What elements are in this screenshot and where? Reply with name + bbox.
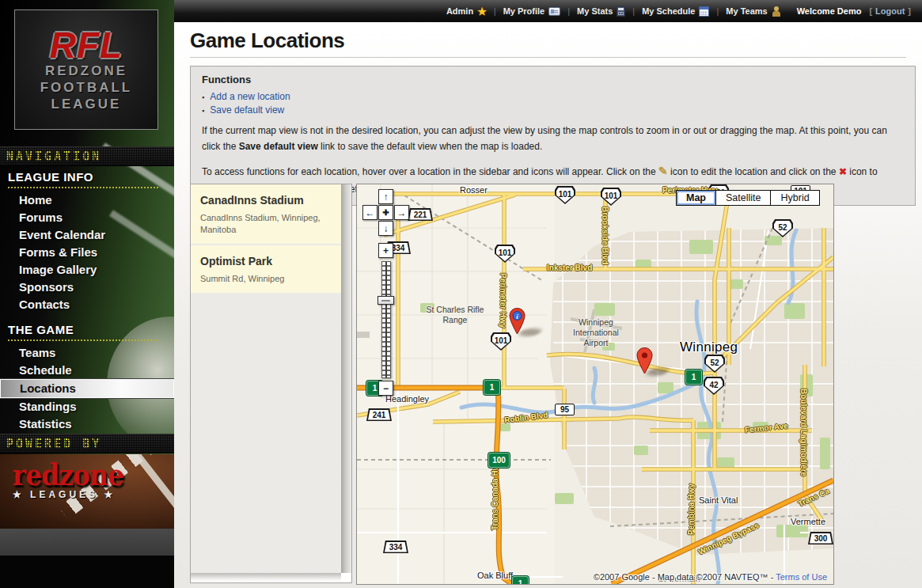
map-type-hybrid-button[interactable]: Hybrid (770, 190, 819, 206)
pan-left-button[interactable]: ← (362, 205, 378, 220)
sidebar-item-schedule[interactable]: Schedule (0, 362, 174, 379)
bracket: [ (869, 6, 872, 16)
calculator-icon (617, 6, 625, 17)
sidebar-item-forms-files[interactable]: Forms & Files (0, 244, 174, 261)
map-label-road: Boulevard Lagimodière (799, 389, 808, 476)
pan-up-button[interactable]: ↑ (378, 189, 393, 204)
map-type-switcher: Map Satellite Hybrid (677, 190, 820, 206)
route-shield-221: 221 (408, 208, 433, 221)
main-content: Game Locations Functions ▪ Add a new loc… (174, 22, 922, 588)
trans-canada-shield-1: 1 (685, 370, 702, 385)
map-label-town: Oak Bluff (477, 571, 513, 580)
scrollbar-corner (341, 573, 351, 582)
map-attribution: ©2007 Google - Map data ©2007 NAVTEQ™ - … (594, 572, 827, 582)
vertical-scrollbar[interactable] (341, 184, 351, 573)
map-label-road: Pembina Hwy (687, 484, 696, 535)
location-card-canadinns[interactable]: CanadInns Stadium CanadInns Stadium, Win… (191, 184, 341, 244)
sidebar-item-forums[interactable]: Forums (0, 209, 174, 226)
topbar-link-admin[interactable]: Admin ★ (446, 6, 487, 17)
bold-text: Save default view (239, 141, 318, 152)
topbar-link-my-stats[interactable]: My Stats (577, 6, 625, 17)
map-viewport[interactable]: Rosser Headingley Winnipeg Oak Bluff Sai… (356, 184, 834, 585)
bullet-icon: ▪ (202, 107, 204, 115)
paragraph-text: link to save the default view when the m… (318, 141, 543, 152)
logout-link[interactable]: Logout (875, 6, 905, 16)
separator: | (494, 6, 496, 16)
sidebar-section-the-game: THE GAME Teams Schedule Locations Standi… (0, 320, 174, 433)
bracket: ] (908, 6, 911, 16)
map-type-map-button[interactable]: Map (676, 190, 716, 206)
trans-canada-shield-1: 1 (484, 380, 500, 395)
zoom-in-button[interactable]: + (378, 243, 393, 258)
map-label-area: St Charles Rifle Range (423, 305, 487, 325)
add-location-link[interactable]: Add a new location (210, 91, 290, 102)
sidebar-item-teams[interactable]: Teams (0, 344, 174, 362)
league-logo[interactable]: RFL REDZONE FOOTBALL LEAGUE (14, 9, 158, 130)
location-address: Summit Rd, Winnipeg (200, 273, 333, 285)
terms-of-use-link[interactable]: Terms of Use (776, 572, 827, 582)
redzone-leagues-logo[interactable]: redzone ★ LEAGUES ★ (0, 454, 174, 529)
sidebar-item-home[interactable]: Home (0, 192, 174, 209)
sidebar-item-image-gallery[interactable]: Image Gallery (0, 261, 174, 279)
functions-heading: Functions (202, 74, 904, 85)
sidebar-item-sponsors[interactable]: Sponsors (0, 279, 174, 296)
map-marker-optimist-park[interactable]: i (509, 308, 526, 338)
location-name: CanadInns Stadium (200, 194, 333, 207)
person-icon (772, 6, 781, 17)
sidebar-item-statistics[interactable]: Statistics (0, 415, 174, 433)
my-stats-label: My Stats (577, 6, 613, 16)
copyright-text: ©2007 Google - Map data ©2007 NAVTEQ™ - (594, 572, 774, 582)
zoom-out-button[interactable]: − (378, 381, 393, 396)
brand-name: redzone (13, 461, 174, 491)
sidebar-item-contacts[interactable]: Contacts (0, 296, 174, 313)
help-paragraph-1: If the current map view is not in the de… (202, 123, 904, 155)
map-label-road: Perimeter Hwy (499, 273, 507, 328)
map-label-area: Winnipeg International Airport (567, 317, 624, 348)
zoom-slider-handle[interactable] (378, 296, 394, 305)
topbar: Admin ★ | My Profile | My Stats | My Sch… (174, 0, 922, 22)
page-title: Game Locations (190, 28, 922, 53)
list-item: ▪ Save default view (202, 104, 904, 116)
map-label-town: Vermette (791, 517, 825, 526)
map-label-road: Trans Canada Hwy (491, 460, 499, 530)
topbar-link-my-teams[interactable]: My Teams (726, 6, 780, 17)
map-type-satellite-button[interactable]: Satellite (715, 190, 771, 206)
navigation-header: NAVIGATION (0, 146, 174, 166)
trans-canada-shield-100: 100 (488, 453, 510, 468)
my-schedule-label: My Schedule (642, 6, 695, 16)
sidebar-item-standings[interactable]: Standings (0, 398, 174, 415)
powered-by-header: POWERED BY (0, 434, 174, 453)
map-label-town: Rosser (460, 185, 488, 195)
separator: | (567, 6, 570, 16)
sidebar-item-locations[interactable]: Locations (0, 379, 174, 398)
my-teams-label: My Teams (726, 6, 767, 16)
save-default-view-link[interactable]: Save default view (210, 104, 284, 116)
welcome-text: Welcome Demo (797, 6, 862, 16)
map-canvas (357, 184, 833, 584)
trans-canada-shield-1: 1 (512, 576, 529, 585)
zoom-slider-track[interactable] (381, 261, 391, 378)
horizontal-scrollbar[interactable] (191, 573, 341, 582)
sidebar-item-event-calendar[interactable]: Event Calendar (0, 226, 174, 244)
topbar-link-my-profile[interactable]: My Profile (503, 6, 561, 16)
logo-line: REDZONE (15, 63, 157, 79)
recenter-button[interactable]: ✚ (378, 205, 393, 220)
map-marker-canadinns-stadium[interactable] (636, 347, 653, 377)
delete-x-icon: ✖ (839, 166, 847, 177)
bullet-icon: ▪ (202, 93, 204, 101)
logo-line: FOOTBALL (15, 79, 157, 96)
location-card-optimist-park[interactable]: Optimist Park Summit Rd, Winnipeg (191, 245, 341, 293)
logo-line: LEAGUE (15, 96, 157, 112)
star-icon: ★ (477, 6, 487, 17)
pan-down-button[interactable]: ↓ (378, 221, 393, 236)
pan-right-button[interactable]: → (394, 205, 409, 220)
topbar-link-my-schedule[interactable]: My Schedule (642, 6, 709, 17)
title-divider (190, 57, 906, 58)
league-info-header: LEAGUE INFO (8, 167, 158, 188)
map-label-road: Inkster Blvd (547, 264, 592, 272)
id-card-icon (548, 7, 560, 16)
paragraph-text: To access functions for each location, h… (202, 166, 658, 177)
my-profile-label: My Profile (503, 6, 545, 16)
page: RFL REDZONE FOOTBALL LEAGUE NAVIGATION L… (0, 0, 922, 588)
route-shield-300: 300 (808, 532, 833, 544)
